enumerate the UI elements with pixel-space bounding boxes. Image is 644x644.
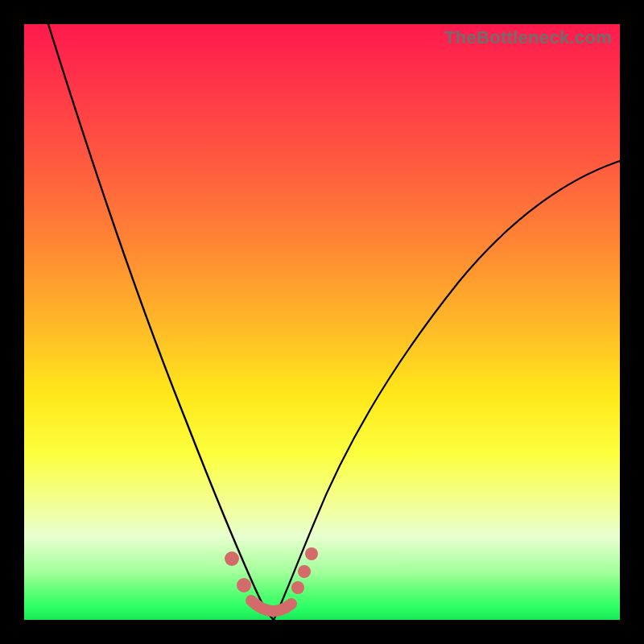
marker-dot [237,578,251,592]
curves-svg [24,24,620,620]
marker-bottom-arc [251,601,291,611]
chart-frame: TheBottleneck.com [0,0,644,644]
marker-dot [291,581,304,594]
marker-dot [225,551,239,566]
marker-dot [305,547,318,560]
marker-dot [298,565,311,578]
plot-area: TheBottleneck.com [24,24,620,620]
marker-group [225,547,318,611]
left-curve [48,24,274,620]
right-curve [274,161,620,620]
